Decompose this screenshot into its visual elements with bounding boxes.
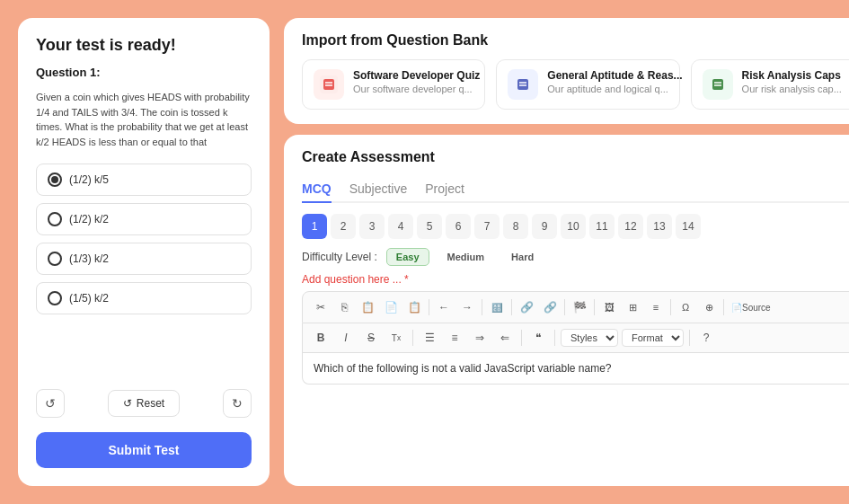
editor-toolbar-row2: B I S Tx ☰ ≡ ⇒ ⇐ ❝ Styles Format ? xyxy=(302,323,849,353)
option-3[interactable]: (1/3) k/2 xyxy=(36,243,252,275)
option-1-label: (1/2) k/5 xyxy=(69,173,109,186)
format-select[interactable]: Format xyxy=(622,329,684,347)
source-icon: 📄 xyxy=(731,303,742,313)
question-num-13[interactable]: 13 xyxy=(647,214,672,239)
paste-plain-button[interactable]: 📄 xyxy=(380,296,402,318)
editor-toolbar-row1: ✂ ⎘ 📋 📄 📋 ← → 🔠 🔗 🔗 🏁 🖼 ⊞ ≡ xyxy=(302,291,849,323)
svg-rect-9 xyxy=(712,79,723,90)
question-text: Given a coin which gives HEADS with prob… xyxy=(36,90,252,149)
styles-select[interactable]: Styles xyxy=(561,329,618,347)
find-button[interactable]: 🔠 xyxy=(486,296,508,318)
radio-3 xyxy=(48,252,62,266)
ordered-list-button[interactable]: ≡ xyxy=(444,327,465,349)
quiz-card-3[interactable]: Risk Analysis Caps Our risk analysis cap… xyxy=(691,59,849,110)
difficulty-easy[interactable]: Easy xyxy=(386,248,429,266)
symbol-button[interactable]: Ω xyxy=(675,296,696,318)
anchor-button[interactable]: 🏁 xyxy=(569,296,590,318)
import-section: Import from Question Bank Software Devel… xyxy=(284,18,849,124)
bold-button[interactable]: B xyxy=(310,327,332,349)
quiz-card-1-title: Software Developer Quiz xyxy=(353,69,480,82)
divider-9 xyxy=(521,330,522,346)
image-button[interactable]: 🖼 xyxy=(598,296,620,318)
question-label: Question 1: xyxy=(36,66,252,79)
quiz-card-2[interactable]: General Aptitude & Reas... Our aptitude … xyxy=(496,59,679,110)
question-num-5[interactable]: 5 xyxy=(417,214,442,239)
help-button[interactable]: ? xyxy=(695,327,717,349)
radio-1 xyxy=(48,172,62,187)
unordered-list-button[interactable]: ☰ xyxy=(419,327,440,349)
option-1[interactable]: (1/2) k/5 xyxy=(36,164,252,196)
unlink-button[interactable]: 🔗 xyxy=(539,296,561,318)
source-button[interactable]: 📄 Source xyxy=(728,296,774,318)
svg-rect-1 xyxy=(323,79,334,90)
divider-2 xyxy=(482,299,482,315)
quiz-card-1-icon xyxy=(314,69,344,100)
outdent-button[interactable]: ⇐ xyxy=(494,327,516,349)
reset-icon: ↺ xyxy=(123,397,132,410)
question-num-4[interactable]: 4 xyxy=(388,214,413,239)
editor-content[interactable]: Which of the following is not a valid Ja… xyxy=(302,353,849,385)
question-num-2[interactable]: 2 xyxy=(331,214,356,239)
question-num-10[interactable]: 10 xyxy=(561,214,586,239)
question-num-9[interactable]: 9 xyxy=(532,214,557,239)
question-num-12[interactable]: 12 xyxy=(618,214,643,239)
link-button[interactable]: 🔗 xyxy=(516,296,537,318)
submit-test-button[interactable]: Submit Test xyxy=(36,432,252,468)
divider-11 xyxy=(689,330,690,346)
copy-button[interactable]: ⎘ xyxy=(333,296,355,318)
divider-5 xyxy=(594,299,595,315)
undo-button[interactable]: ← xyxy=(433,296,455,318)
quiz-card-1-desc: Our software developer q... xyxy=(353,84,480,94)
test-ready-title: Your test is ready! xyxy=(36,36,252,55)
block-button[interactable]: ≡ xyxy=(645,296,667,318)
reset-label: Reset xyxy=(137,397,164,410)
difficulty-row: Difficulty Level : Easy Medium Hard xyxy=(302,248,849,266)
redo-button[interactable]: → xyxy=(456,296,478,318)
question-num-11[interactable]: 11 xyxy=(589,214,615,239)
tab-project[interactable]: Project xyxy=(425,176,464,203)
tabs: MCQ Subjective Project xyxy=(302,176,849,203)
cut-button[interactable]: ✂ xyxy=(310,296,332,318)
option-4[interactable]: (1/5) k/2 xyxy=(36,282,252,314)
required-star: * xyxy=(404,273,409,286)
indent-button[interactable]: ⇒ xyxy=(469,327,491,349)
strikethrough-button[interactable]: S xyxy=(360,327,382,349)
difficulty-medium[interactable]: Medium xyxy=(438,249,494,265)
quiz-card-2-desc: Our aptitude and logical q... xyxy=(547,84,682,94)
right-panel: Import from Question Bank Software Devel… xyxy=(284,18,849,486)
question-num-1[interactable]: 1 xyxy=(302,214,327,239)
special-char-button[interactable]: ⊕ xyxy=(698,296,720,318)
table-button[interactable]: ⊞ xyxy=(622,296,643,318)
question-num-3[interactable]: 3 xyxy=(359,214,385,239)
prev-nav-button[interactable]: ↺ xyxy=(36,389,65,418)
left-panel: Your test is ready! Question 1: Given a … xyxy=(18,18,270,486)
question-num-6[interactable]: 6 xyxy=(446,214,471,239)
clear-formatting-button[interactable]: Tx xyxy=(385,327,407,349)
quiz-card-3-icon xyxy=(703,69,733,100)
reset-button[interactable]: ↺ Reset xyxy=(108,390,180,417)
quiz-card-3-desc: Our risk analysis cap... xyxy=(742,84,842,94)
divider-3 xyxy=(511,299,512,315)
divider-6 xyxy=(670,299,671,315)
quiz-card-1[interactable]: Software Developer Quiz Our software dev… xyxy=(302,59,485,110)
quiz-card-3-text: Risk Analysis Caps Our risk analysis cap… xyxy=(742,69,842,94)
question-num-7[interactable]: 7 xyxy=(474,214,500,239)
next-nav-button[interactable]: ↻ xyxy=(223,389,252,418)
difficulty-hard[interactable]: Hard xyxy=(502,249,543,265)
question-num-8[interactable]: 8 xyxy=(503,214,528,239)
quiz-card-2-title: General Aptitude & Reas... xyxy=(547,69,682,82)
create-section: Create Assessment MCQ Subjective Project… xyxy=(284,135,849,486)
divider-8 xyxy=(412,330,413,346)
blockquote-button[interactable]: ❝ xyxy=(527,327,549,349)
paste-word-button[interactable]: 📋 xyxy=(403,296,425,318)
left-footer: ↺ ↺ Reset ↻ xyxy=(36,389,252,418)
paste-button[interactable]: 📋 xyxy=(357,296,378,318)
option-2-label: (1/2) k/2 xyxy=(69,213,109,225)
tab-subjective[interactable]: Subjective xyxy=(349,176,408,203)
question-num-14[interactable]: 14 xyxy=(676,214,701,239)
tab-mcq[interactable]: MCQ xyxy=(302,176,332,203)
svg-rect-5 xyxy=(517,79,528,90)
option-2[interactable]: (1/2) k/2 xyxy=(36,203,252,235)
quiz-card-2-text: General Aptitude & Reas... Our aptitude … xyxy=(547,69,682,94)
italic-button[interactable]: I xyxy=(335,327,357,349)
